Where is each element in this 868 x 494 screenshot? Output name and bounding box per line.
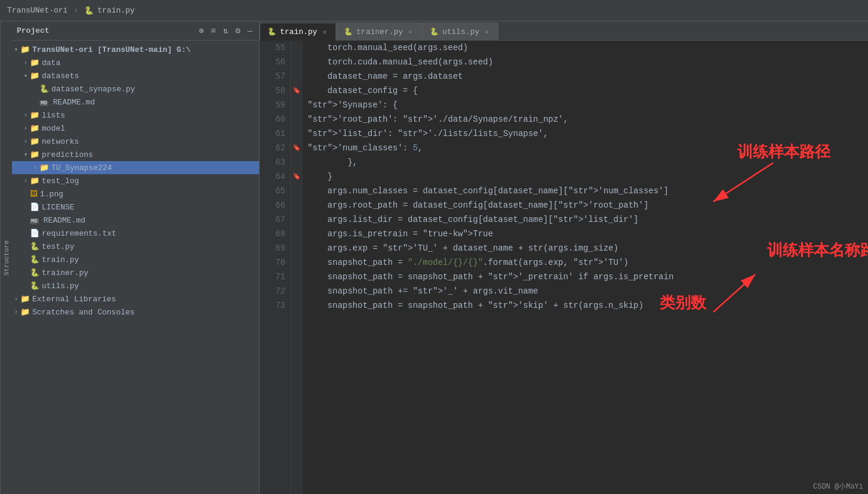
folder-icon: 📁 xyxy=(20,307,30,317)
gutter-icon xyxy=(291,112,303,126)
tree-item-data[interactable]: ›📁data xyxy=(12,56,259,69)
tab-utils[interactable]: 🐍 utils.py ✕ xyxy=(422,23,498,41)
tree-item-model[interactable]: ›📁model xyxy=(12,122,259,135)
minimize-icon[interactable]: — xyxy=(246,25,254,37)
tree-item-train_py[interactable]: 🐍train.py xyxy=(12,253,259,266)
line-number: 72 xyxy=(264,284,285,298)
tree-label: model xyxy=(42,124,65,133)
expand-arrow[interactable]: ▾ xyxy=(21,72,30,79)
line-number: 57 xyxy=(264,69,285,84)
code-line[interactable]: "str">'list_dir': "str">'./lists/lists_S… xyxy=(307,126,863,141)
tree-label: predictions xyxy=(42,150,93,159)
code-line[interactable]: snapshot_path += "str">'_' + args.vit_na… xyxy=(307,284,863,298)
tree-label: Scratches and Consoles xyxy=(32,308,135,317)
collapse-arrow[interactable]: › xyxy=(21,112,30,119)
watermark: CSDN @小MaYi xyxy=(813,481,863,492)
tree-item-networks[interactable]: ›📁networks xyxy=(12,135,259,148)
tree-label: dataset_synapse.py xyxy=(51,85,135,94)
tree-item-readme_root[interactable]: MDREADME.md xyxy=(12,214,259,227)
gutter-icon xyxy=(291,126,303,141)
tab-bar: 🐍 train.py ✕ 🐍 trainer.py ✕ 🐍 utils.py ✕ xyxy=(260,21,868,41)
collapse-arrow[interactable]: › xyxy=(21,138,30,145)
globe-icon[interactable]: ⊕ xyxy=(197,24,205,37)
code-line[interactable]: args.num_classes = dataset_config[datase… xyxy=(307,184,863,198)
tree-item-datasets[interactable]: ▾📁datasets xyxy=(12,69,259,82)
code-content[interactable]: torch.manual_seed(args.seed) torch.cuda.… xyxy=(303,41,868,494)
sort-icon[interactable]: ⇅ xyxy=(221,24,230,37)
tree-item-external_libs[interactable]: ›📁External Libraries xyxy=(12,292,259,305)
collapse-arrow[interactable]: › xyxy=(21,125,30,132)
tree-item-root[interactable]: ▾📁TransUNet-ori [TransUNet-main] G:\ xyxy=(12,43,259,56)
tab-close-btn[interactable]: ✕ xyxy=(321,27,328,36)
collapse-arrow[interactable]: › xyxy=(12,296,20,302)
folder-icon: 📁 xyxy=(30,137,39,146)
code-line[interactable]: dataset_config = { xyxy=(307,84,863,98)
gutter-icon xyxy=(291,227,303,241)
tree-item-predictions[interactable]: ▾📁predictions xyxy=(12,148,259,161)
py-icon: 🐍 xyxy=(30,268,39,277)
code-line[interactable]: "str">'root_path': "str">'./data/Synapse… xyxy=(307,112,863,126)
gutter-icon xyxy=(291,98,303,112)
collapse-arrow[interactable]: › xyxy=(12,309,20,316)
collapse-arrow[interactable]: › xyxy=(21,178,30,184)
code-editor: 55565758596061626364656667686970717273 🔖… xyxy=(260,41,868,494)
line-number: 71 xyxy=(264,270,285,284)
tab-train[interactable]: 🐍 train.py ✕ xyxy=(260,23,336,41)
tree-item-test_log[interactable]: ›📁test_log xyxy=(12,174,259,187)
code-line[interactable]: } xyxy=(307,169,863,184)
code-line[interactable]: args.exp = "str">'TU_' + dataset_name + … xyxy=(307,241,863,255)
code-line[interactable]: "str">'Synapse': { xyxy=(307,98,863,112)
code-line[interactable]: torch.manual_seed(args.seed) xyxy=(307,41,863,55)
tab-close-btn[interactable]: ✕ xyxy=(407,27,414,36)
tree-item-one_png[interactable]: 🖼1.png xyxy=(12,187,259,200)
tab-close-btn[interactable]: ✕ xyxy=(483,27,491,36)
py-icon: 🐍 xyxy=(30,242,39,251)
code-line[interactable]: dataset_name = args.dataset xyxy=(307,69,863,84)
tree-item-dataset_synapse[interactable]: 🐍dataset_synapse.py xyxy=(12,82,259,95)
breadcrumb-project[interactable]: TransUNet-ori xyxy=(7,6,67,15)
tree-item-lists[interactable]: ›📁lists xyxy=(12,109,259,122)
code-line[interactable]: "str">'num_classes': 5, xyxy=(307,141,863,155)
folder-icon: 📁 xyxy=(30,58,39,67)
tree-item-trainer_py[interactable]: 🐍trainer.py xyxy=(12,266,259,279)
file-icon: 📄 xyxy=(30,202,39,212)
tree-item-utils_py[interactable]: 🐍utils.py xyxy=(12,279,259,292)
line-number: 59 xyxy=(264,98,285,112)
code-line[interactable]: }, xyxy=(307,155,863,169)
code-line[interactable]: args.is_pretrain = "true-kw">True xyxy=(307,227,863,241)
tree-label: requirements.txt xyxy=(42,229,116,238)
tree-item-readme_datasets[interactable]: MDREADME.md xyxy=(12,95,259,109)
breadcrumb-file[interactable]: train.py xyxy=(97,6,134,15)
folder-icon: 📁 xyxy=(30,176,39,186)
tree-label: train.py xyxy=(42,255,79,264)
project-panel: Project ⊕ ≡ ⇅ ⚙ — ▾📁TransUNet-ori [Trans… xyxy=(12,21,260,494)
code-line[interactable]: args.list_dir = dataset_config[dataset_n… xyxy=(307,212,863,227)
settings-icon[interactable]: ⚙ xyxy=(233,24,242,37)
collapse-arrow[interactable]: › xyxy=(31,165,39,171)
tree-item-scratches[interactable]: ›📁Scratches and Consoles xyxy=(12,305,259,319)
tree-label: networks xyxy=(42,137,79,146)
file-tree: ▾📁TransUNet-ori [TransUNet-main] G:\›📁da… xyxy=(12,41,259,494)
gutter-icon: 🔖 xyxy=(291,84,303,98)
line-number: 55 xyxy=(264,41,285,55)
code-line[interactable]: snapshot_path = snapshot_path + "str">'s… xyxy=(307,298,863,313)
code-line[interactable]: args.root_path = dataset_config[dataset_… xyxy=(307,198,863,212)
tab-trainer[interactable]: 🐍 trainer.py ✕ xyxy=(336,23,422,41)
tree-item-license[interactable]: 📄LICENSE xyxy=(12,200,259,214)
tree-item-test_py[interactable]: 🐍test.py xyxy=(12,240,259,253)
collapse-arrow[interactable]: › xyxy=(21,60,30,66)
expand-arrow[interactable]: ▾ xyxy=(12,46,20,53)
code-line[interactable]: torch.cuda.manual_seed(args.seed) xyxy=(307,55,863,69)
code-line[interactable]: snapshot_path = snapshot_path + "str">'_… xyxy=(307,270,863,284)
tab-py-icon: 🐍 xyxy=(344,27,353,36)
folder-icon: 📁 xyxy=(30,110,39,120)
line-number: 63 xyxy=(264,155,285,169)
structure-tab[interactable]: Structure xyxy=(0,21,12,494)
line-number: 69 xyxy=(264,241,285,255)
expand-arrow[interactable]: ▾ xyxy=(21,151,30,158)
code-line[interactable]: snapshot_path = "./model/{}/{}".format(a… xyxy=(307,255,863,270)
collapse-all-icon[interactable]: ≡ xyxy=(209,25,217,37)
tree-item-requirements[interactable]: 📄requirements.txt xyxy=(12,227,259,240)
gutter-icon xyxy=(291,69,303,84)
tree-item-tu_synapse224[interactable]: ›📁TU_Synapse224 xyxy=(12,161,259,174)
